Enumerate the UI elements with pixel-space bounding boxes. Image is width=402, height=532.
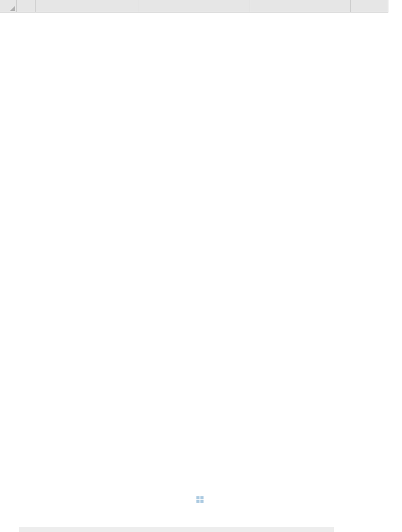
col-head-E[interactable] <box>351 0 388 13</box>
title-banner <box>19 527 334 532</box>
select-all-corner[interactable] <box>0 0 17 13</box>
col-head-A[interactable] <box>17 0 36 13</box>
col-head-C[interactable] <box>139 0 250 13</box>
col-head-D[interactable] <box>250 0 351 13</box>
col-head-B[interactable] <box>36 0 139 13</box>
spreadsheet-grid <box>0 0 402 516</box>
